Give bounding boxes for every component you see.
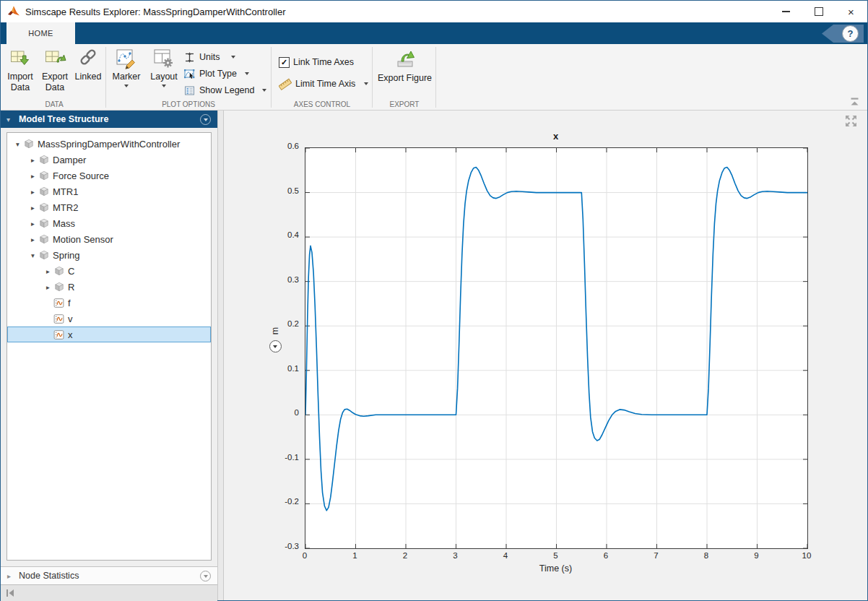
block-icon [38,218,50,228]
collapse-ribbon-icon[interactable] [849,97,860,107]
tree-item-x[interactable]: x [7,327,211,342]
checkbox-checked-icon: ✓ [279,57,290,68]
expand-arrow-icon[interactable]: ▸ [28,188,38,196]
tree-item-label: v [68,314,73,324]
limit-time-axis-dropdown-icon[interactable] [364,82,368,85]
x-tick-label: 5 [542,551,570,560]
expand-arrow-icon[interactable]: ▸ [28,172,38,180]
units-dropdown-icon[interactable] [231,56,235,59]
collapse-arrow-icon[interactable]: ▾ [28,251,38,259]
group-separator [372,47,373,108]
block-icon [38,155,50,165]
layout-dropdown-icon[interactable] [162,85,166,87]
model-tree: ▾MassSpringDamperWithController▸Damper▸F… [6,132,212,561]
help-button[interactable]: ? [842,25,859,42]
y-tick-label: -0.3 [261,542,299,550]
layout-button[interactable]: Layout [147,47,181,87]
chevron-down-icon [273,345,277,348]
tree-item-v[interactable]: v [7,311,211,327]
tree-item-label: Mass [53,218,75,229]
linked-chain-icon [77,47,100,70]
show-legend-dropdown-icon[interactable] [262,89,266,92]
tree-item-damper[interactable]: ▸Damper [7,152,211,168]
units-label: Units [199,52,220,62]
model-tree-header-title: Model Tree Structure [19,114,108,124]
block-icon [38,170,50,181]
units-button[interactable]: Units [183,50,235,64]
expand-arrow-icon[interactable]: ▸ [28,156,38,164]
collapse-arrow-icon[interactable]: ▾ [13,140,22,148]
panel-collapse-arrow-icon[interactable]: ▾ [6,116,10,124]
expand-arrow-icon[interactable]: ▸ [43,283,53,291]
tab-home[interactable]: HOME [6,22,75,44]
plot-type-button[interactable]: Plot Type [183,66,249,81]
tree-item-spring[interactable]: ▾Spring [7,247,211,263]
block-icon [38,186,50,196]
plot-box[interactable] [305,147,808,549]
collapse-panel-icon[interactable] [4,587,16,599]
ribbon-tab-strip: HOME ? [1,22,867,44]
signal-icon [53,298,65,308]
limit-time-axis-button[interactable]: Limit Time Axis [279,77,368,91]
export-data-button[interactable]: Export Data [38,47,71,93]
export-data-label-1: Export [42,72,68,82]
close-icon: × [848,7,854,17]
x-tick-label: 0 [290,551,319,560]
model-tree-header[interactable]: ▾ Model Tree Structure [1,111,217,128]
panel-menu-icon[interactable] [200,114,211,125]
expand-arrow-icon[interactable]: ▸ [43,267,53,275]
expand-arrow-icon[interactable]: ▸ [28,235,38,243]
x-tick-label: 4 [491,551,520,560]
help-area: ? [822,25,864,43]
limit-time-axis-label: Limit Time Axis [295,79,355,89]
tree-item-c[interactable]: ▸C [7,263,211,279]
tree-item-label: Damper [53,155,86,165]
expand-plot-icon[interactable] [844,114,858,128]
link-time-axes-checkbox[interactable]: ✓ Link Time Axes [279,55,354,69]
tree-item-motion-sensor[interactable]: ▸Motion Sensor [7,231,211,247]
export-figure-button[interactable]: Export Figure [375,47,435,84]
signal-icon [53,329,65,340]
tree-item-f[interactable]: f [7,295,211,311]
node-statistics-expand-icon[interactable]: ▸ [7,572,11,580]
tree-item-label: C [68,266,74,277]
close-button[interactable]: × [835,1,867,22]
units-icon [183,51,196,64]
marker-dropdown-icon[interactable] [124,85,129,87]
y-tick-label: -0.1 [261,453,299,462]
node-statistics-menu-icon[interactable] [200,571,211,581]
import-data-icon [9,47,32,70]
show-legend-label: Show Legend [199,85,254,95]
tree-item-massspringdamperwithcontroller[interactable]: ▾MassSpringDamperWithController [7,136,211,152]
tree-item-r[interactable]: ▸R [7,279,211,295]
node-statistics-header[interactable]: ▸ Node Statistics [1,566,217,585]
tree-item-force-source[interactable]: ▸Force Source [7,168,211,183]
left-panel: ▾ Model Tree Structure ▾MassSpringDamper… [1,111,217,600]
ruler-icon [279,77,292,90]
x-tick-label: 1 [341,551,370,560]
unit-dropdown-button[interactable] [269,340,282,353]
y-tick-label: -0.2 [261,497,299,506]
block-icon [38,234,50,244]
panel-splitter[interactable] [217,111,224,600]
plot-type-dropdown-icon[interactable] [245,72,249,75]
linked-button[interactable]: Linked [72,47,104,82]
expand-arrow-icon[interactable]: ▸ [28,220,38,228]
show-legend-button[interactable]: Show Legend [183,83,266,98]
y-tick-label: 0.4 [261,230,299,239]
expand-arrow-icon[interactable]: ▸ [28,204,38,212]
marker-button[interactable]: Marker [108,47,144,87]
y-tick-label: 0.2 [261,319,299,328]
x-tick-label: 9 [742,551,771,560]
maximize-button[interactable] [802,1,835,22]
minimize-button[interactable] [770,1,802,22]
minimize-icon [782,11,790,12]
tree-item-mtr2[interactable]: ▸MTR2 [7,199,211,215]
import-data-button[interactable]: Import Data [4,47,37,93]
matlab-logo-icon [7,5,20,18]
plot-title: x [305,131,807,142]
tree-item-mtr1[interactable]: ▸MTR1 [7,183,211,199]
x-tick-label: 7 [642,551,671,560]
y-tick-label: 0.1 [261,364,299,373]
tree-item-mass[interactable]: ▸Mass [7,215,211,231]
